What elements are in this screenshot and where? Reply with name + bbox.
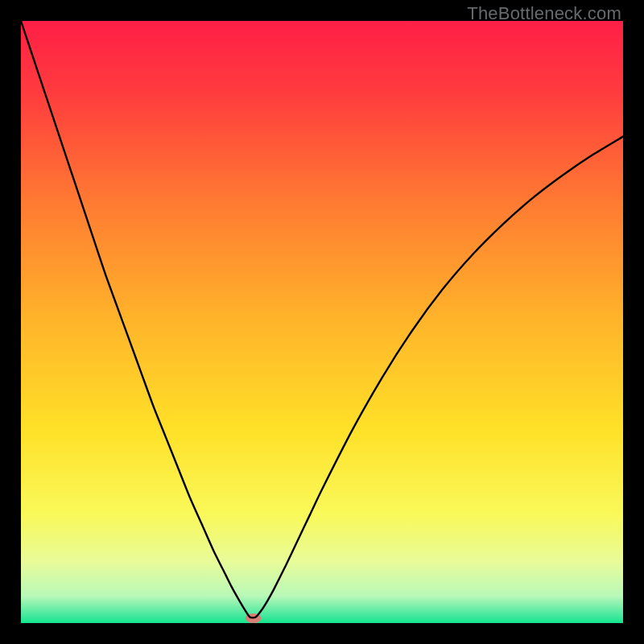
chart-frame	[21, 21, 623, 623]
watermark-text: TheBottleneck.com	[467, 3, 621, 24]
chart-background	[21, 21, 623, 623]
bottleneck-chart	[21, 21, 623, 623]
